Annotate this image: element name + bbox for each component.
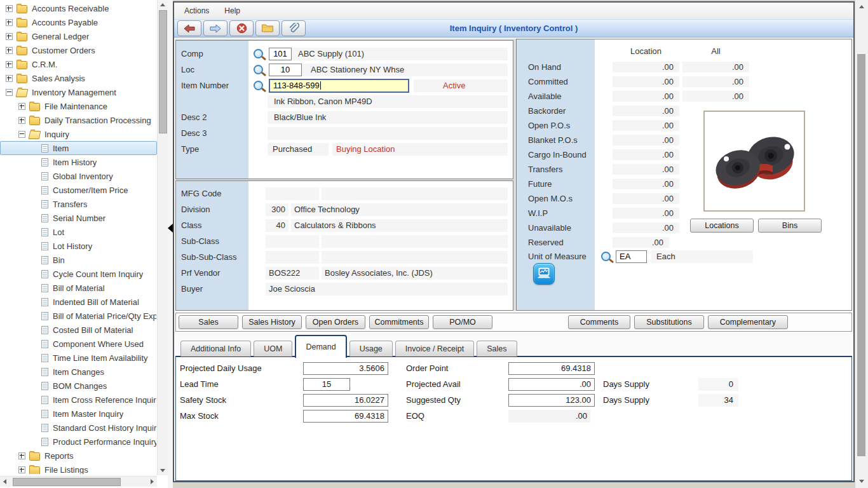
tree-item-item-master-inquiry[interactable]: Item Master Inquiry xyxy=(0,407,157,421)
tree-item-time-line-item-availability[interactable]: Time Line Item Availability xyxy=(0,351,157,365)
scroll-up-icon[interactable] xyxy=(160,3,165,6)
tree-item-standard-cost-history-inquiry[interactable]: Standard Cost History Inquiry xyxy=(0,421,157,435)
tree-item-lot-history[interactable]: Lot History xyxy=(0,239,157,253)
scroll-up-icon[interactable] xyxy=(859,5,864,8)
tree-item-accounts-payable[interactable]: Accounts Payable xyxy=(0,15,157,29)
item-number-input[interactable]: 113-848-599 xyxy=(269,79,409,93)
open-folder-button[interactable] xyxy=(255,20,280,36)
locations-button[interactable]: Locations xyxy=(690,219,754,233)
tab-usage[interactable]: Usage xyxy=(349,341,393,356)
demand-projected-avail-value[interactable]: .00 xyxy=(508,378,595,391)
demand-eoq-label: EOQ xyxy=(406,410,424,423)
cancel-button[interactable] xyxy=(229,20,254,36)
demand-order-point-value[interactable]: 69.4318 xyxy=(508,362,595,375)
expand-icon[interactable] xyxy=(18,103,25,110)
scroll-down-icon[interactable] xyxy=(859,480,864,483)
tree-item-item[interactable]: Item xyxy=(0,141,157,155)
tree-item-indented-bill-of-material[interactable]: Indented Bill of Material xyxy=(0,295,157,309)
po-mo-button[interactable]: PO/MO xyxy=(433,315,492,329)
tree-item-bill-of-material[interactable]: Bill of Material xyxy=(0,281,157,295)
collapse-icon[interactable] xyxy=(6,89,13,96)
tab-additional-info[interactable]: Additional Info xyxy=(180,341,251,356)
tree-item-lot[interactable]: Lot xyxy=(0,225,157,239)
tree-item-file-listings[interactable]: File Listings xyxy=(0,463,157,474)
attachment-button[interactable] xyxy=(281,20,306,36)
tree-item-reports[interactable]: Reports xyxy=(0,449,157,463)
tab-sales[interactable]: Sales xyxy=(477,341,517,356)
expand-icon[interactable] xyxy=(6,47,13,54)
menu-actions[interactable]: Actions xyxy=(177,3,217,19)
tree-item-bill-of-material-price-qty-explos[interactable]: Bill of Material Price/Qty Explos xyxy=(0,309,157,323)
back-button[interactable] xyxy=(177,20,201,36)
tree-item-customer-item-price[interactable]: Customer/Item Price xyxy=(0,183,157,197)
sidebar-vertical-scrollbar[interactable] xyxy=(157,0,168,475)
tree-item-daily-transaction-processing[interactable]: Daily Transaction Processing xyxy=(0,113,157,127)
commitments-button[interactable]: Commitments xyxy=(369,315,429,329)
tree-item-sales-analysis[interactable]: Sales Analysis xyxy=(0,71,157,85)
expand-icon[interactable] xyxy=(6,19,13,26)
comp-code-input[interactable]: 101 xyxy=(269,48,292,60)
demand-lead-time-value[interactable]: 15 xyxy=(303,378,350,391)
substitutions-button[interactable]: Substitutions xyxy=(634,315,704,329)
scroll-right-icon[interactable] xyxy=(151,479,154,484)
tree-item-serial-number[interactable]: Serial Number xyxy=(0,211,157,225)
expand-icon[interactable] xyxy=(18,117,25,124)
demand-projected-daily-usage-value[interactable]: 3.5606 xyxy=(303,362,388,375)
tree-item-bin[interactable]: Bin xyxy=(0,253,157,267)
expand-icon[interactable] xyxy=(6,5,13,12)
loc-code-input[interactable]: 10 xyxy=(269,64,302,76)
expand-icon[interactable] xyxy=(6,75,13,82)
demand-safety-stock-value[interactable]: 16.0227 xyxy=(303,394,388,407)
search-icon[interactable] xyxy=(254,81,263,90)
tree-item-inventory-management[interactable]: Inventory Management xyxy=(0,85,157,99)
search-icon[interactable] xyxy=(601,252,611,261)
tree-item-bom-changes[interactable]: BOM Changes xyxy=(0,379,157,393)
tree-item-global-inventory[interactable]: Global Inventory xyxy=(0,169,157,183)
tree-item-inquiry[interactable]: Inquiry xyxy=(0,127,157,141)
tree-item-product-performance-inquiry[interactable]: Product Performance Inquiry xyxy=(0,435,157,449)
expand-icon[interactable] xyxy=(6,61,13,68)
tree-item-item-history[interactable]: Item History xyxy=(0,155,157,169)
expand-icon[interactable] xyxy=(6,33,13,40)
sidebar-vscroll-thumb[interactable] xyxy=(159,10,167,133)
tab-demand[interactable]: Demand xyxy=(295,335,346,358)
tree-item-transfers[interactable]: Transfers xyxy=(0,197,157,211)
expand-icon[interactable] xyxy=(18,466,25,473)
scroll-left-icon[interactable] xyxy=(3,479,6,484)
tab-uom[interactable]: UOM xyxy=(254,341,292,356)
search-icon[interactable] xyxy=(254,65,263,74)
demand-max-stock-value[interactable]: 69.4318 xyxy=(303,410,388,423)
open-orders-button[interactable]: Open Orders xyxy=(306,315,365,329)
menu-help[interactable]: Help xyxy=(217,3,248,19)
bins-button[interactable]: Bins xyxy=(758,219,822,233)
tree-item-item-changes[interactable]: Item Changes xyxy=(0,365,157,379)
tree-item-file-maintenance[interactable]: File Maintenance xyxy=(0,99,157,113)
tree-item-accounts-receivable[interactable]: Accounts Receivable xyxy=(0,1,157,15)
sales-button[interactable]: Sales xyxy=(179,315,238,329)
tree-item-costed-bill-of-material[interactable]: Costed Bill of Material xyxy=(0,323,157,337)
collapse-sidebar-icon[interactable] xyxy=(168,224,173,233)
item-chart-icon[interactable] xyxy=(533,263,555,285)
tree-item-c-r-m[interactable]: C.R.M. xyxy=(0,57,157,71)
tree-item-item-cross-reference-inquiry[interactable]: Item Cross Reference Inquiry xyxy=(0,393,157,407)
window-vertical-scrollbar[interactable] xyxy=(855,0,868,488)
window-vscroll-thumb[interactable] xyxy=(857,54,865,456)
tree-item-general-ledger[interactable]: General Ledger xyxy=(0,29,157,43)
sidebar-splitter[interactable] xyxy=(168,0,173,488)
sidebar-horizontal-scrollbar[interactable] xyxy=(0,476,157,487)
uom-code-input[interactable]: EA xyxy=(616,250,647,263)
sidebar-hscroll-thumb[interactable] xyxy=(13,478,121,486)
tab-invoice-receipt[interactable]: Invoice / Receipt xyxy=(395,341,474,356)
forward-button[interactable] xyxy=(203,20,227,36)
comments-button[interactable]: Comments xyxy=(568,315,630,329)
complementary-button[interactable]: Complementary xyxy=(708,315,788,329)
search-icon[interactable] xyxy=(254,49,263,58)
sales-history-button[interactable]: Sales History xyxy=(242,315,302,329)
tree-item-component-where-used[interactable]: Component Where Used xyxy=(0,337,157,351)
tree-item-cycle-count-item-inquiry[interactable]: Cycle Count Item Inquiry xyxy=(0,267,157,281)
expand-icon[interactable] xyxy=(18,452,25,459)
tree-item-customer-orders[interactable]: Customer Orders xyxy=(0,43,157,57)
collapse-icon[interactable] xyxy=(18,131,25,138)
scroll-down-icon[interactable] xyxy=(160,469,165,472)
demand-suggested-qty-value[interactable]: 123.00 xyxy=(508,394,595,407)
